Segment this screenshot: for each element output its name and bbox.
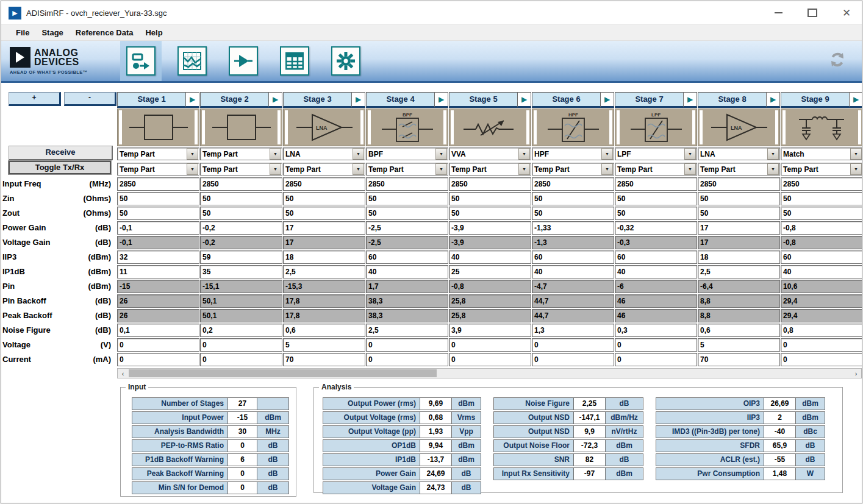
toggle-tx-rx-button[interactable]: Toggle Tx/Rx	[9, 161, 111, 174]
value-cell[interactable]: 2850	[283, 177, 365, 191]
dropdown-arrow-icon[interactable]: ▼	[518, 163, 530, 175]
value-cell[interactable]: 50	[117, 192, 199, 205]
field-value[interactable]: -15	[228, 411, 257, 424]
value-cell[interactable]: 17	[698, 221, 780, 235]
value-cell[interactable]: 60	[615, 250, 697, 264]
scroll-right-icon[interactable]: ›	[851, 369, 861, 378]
value-cell[interactable]: 0,3	[615, 324, 697, 337]
value-cell[interactable]: 35	[200, 265, 282, 279]
value-cell[interactable]: 50	[698, 192, 780, 205]
value-cell[interactable]: 2850	[532, 177, 614, 191]
stage-type-select[interactable]: VVA▼	[449, 147, 531, 160]
value-cell[interactable]: 0,6	[283, 324, 365, 337]
scroll-left-icon[interactable]: ‹	[118, 369, 128, 378]
value-cell[interactable]: 40	[781, 265, 862, 279]
dropdown-arrow-icon[interactable]: ▼	[435, 148, 447, 160]
value-cell[interactable]: 0	[615, 338, 697, 352]
value-cell[interactable]: 70	[283, 353, 365, 366]
horizontal-scrollbar[interactable]: ‹ ›	[117, 368, 862, 378]
stage-header[interactable]: Stage 2	[200, 92, 269, 108]
value-cell[interactable]: 60	[532, 250, 614, 264]
insert-stage-arrow-icon[interactable]: ▶	[850, 92, 862, 108]
value-cell[interactable]: -1,33	[532, 221, 614, 235]
value-cell[interactable]: 0,6	[698, 324, 780, 337]
field-value[interactable]: 9,94	[420, 439, 452, 452]
value-cell[interactable]: 5	[698, 338, 780, 352]
run-icon[interactable]	[229, 46, 258, 76]
field-value[interactable]: 2	[764, 411, 796, 424]
part-select[interactable]: Temp Part▼	[117, 163, 199, 176]
stage-type-select[interactable]: HPF▼	[532, 147, 614, 160]
value-cell[interactable]: 0	[200, 353, 282, 366]
value-cell[interactable]: 50	[781, 207, 862, 220]
value-cell[interactable]: 2850	[366, 177, 448, 191]
part-select[interactable]: Temp Part▼	[200, 163, 282, 176]
dropdown-arrow-icon[interactable]: ▼	[187, 148, 198, 160]
field-value[interactable]: 0,68	[420, 411, 452, 424]
stage-header[interactable]: Stage 9	[781, 92, 850, 108]
value-cell[interactable]: 2,5	[283, 265, 365, 279]
dropdown-arrow-icon[interactable]: ▼	[601, 148, 613, 160]
block-diagram-toolbar-button[interactable]	[120, 41, 162, 81]
field-value[interactable]: 1,48	[764, 467, 796, 480]
part-select[interactable]: Temp Part▼	[615, 163, 697, 176]
dropdown-arrow-icon[interactable]: ▼	[270, 163, 281, 175]
value-cell[interactable]: 0	[532, 353, 614, 366]
value-cell[interactable]: 0	[117, 353, 199, 366]
field-value[interactable]: 0	[228, 439, 257, 452]
stage-type-select[interactable]: LNA▼	[283, 147, 365, 160]
stage-type-select[interactable]: Match▼	[781, 147, 862, 160]
value-cell[interactable]: 2850	[781, 177, 862, 191]
dropdown-arrow-icon[interactable]: ▼	[684, 148, 696, 160]
value-cell[interactable]: 2850	[117, 177, 199, 191]
value-cell[interactable]: 2,5	[698, 265, 780, 279]
field-value[interactable]: 65,9	[764, 439, 796, 452]
value-cell[interactable]: 18	[698, 250, 780, 264]
value-cell[interactable]: -2,5	[366, 221, 448, 235]
value-cell[interactable]: 59	[200, 250, 282, 264]
dropdown-arrow-icon[interactable]: ▼	[767, 148, 779, 160]
receive-button[interactable]: Receive	[9, 146, 113, 160]
value-cell[interactable]: 5	[283, 338, 365, 352]
value-cell[interactable]: 50	[283, 192, 365, 205]
stage-type-select[interactable]: Temp Part▼	[200, 147, 282, 160]
value-cell[interactable]: 2850	[615, 177, 697, 191]
value-cell[interactable]: 50	[117, 207, 199, 220]
table-toolbar-button[interactable]	[274, 41, 315, 81]
field-value[interactable]: -147,1	[574, 411, 606, 424]
value-cell[interactable]: 25	[449, 265, 531, 279]
value-cell[interactable]: 40	[449, 250, 531, 264]
insert-stage-arrow-icon[interactable]: ▶	[269, 92, 282, 108]
value-cell[interactable]: 0	[117, 338, 199, 352]
plot-toolbar-button[interactable]	[171, 41, 213, 81]
value-cell[interactable]: -3,9	[449, 221, 531, 235]
field-value[interactable]: 9,9	[574, 425, 606, 438]
stage-type-select[interactable]: BPF▼	[366, 147, 448, 160]
insert-stage-arrow-icon[interactable]: ▶	[186, 92, 199, 108]
value-cell[interactable]: 2850	[698, 177, 780, 191]
value-cell[interactable]: 50	[615, 192, 697, 205]
field-value[interactable]: 9,69	[420, 397, 452, 410]
part-select[interactable]: Temp Part▼	[532, 163, 614, 176]
value-cell[interactable]: 50	[698, 207, 780, 220]
part-select[interactable]: Temp Part▼	[283, 163, 365, 176]
field-value[interactable]: 2,25	[574, 397, 606, 410]
value-cell[interactable]: 3,9	[449, 324, 531, 337]
insert-stage-arrow-icon[interactable]: ▶	[435, 92, 448, 108]
field-value[interactable]: -97	[574, 467, 606, 480]
value-cell[interactable]: 60	[366, 250, 448, 264]
add-stage-button[interactable]: +	[9, 92, 61, 106]
value-cell[interactable]: 32	[117, 250, 199, 264]
scrollbar-thumb[interactable]	[129, 369, 437, 377]
settings-icon[interactable]	[331, 46, 360, 76]
dropdown-arrow-icon[interactable]: ▼	[353, 163, 364, 175]
value-cell[interactable]: 2850	[449, 177, 531, 191]
value-cell[interactable]: 50	[283, 207, 365, 220]
part-select[interactable]: Temp Part▼	[449, 163, 531, 176]
stage-header[interactable]: Stage 8	[698, 92, 767, 108]
value-cell[interactable]: 0,1	[117, 324, 199, 337]
dropdown-arrow-icon[interactable]: ▼	[850, 163, 862, 175]
close-icon[interactable]: ✕	[840, 6, 853, 20]
insert-stage-arrow-icon[interactable]: ▶	[352, 92, 365, 108]
dropdown-arrow-icon[interactable]: ▼	[684, 163, 696, 175]
